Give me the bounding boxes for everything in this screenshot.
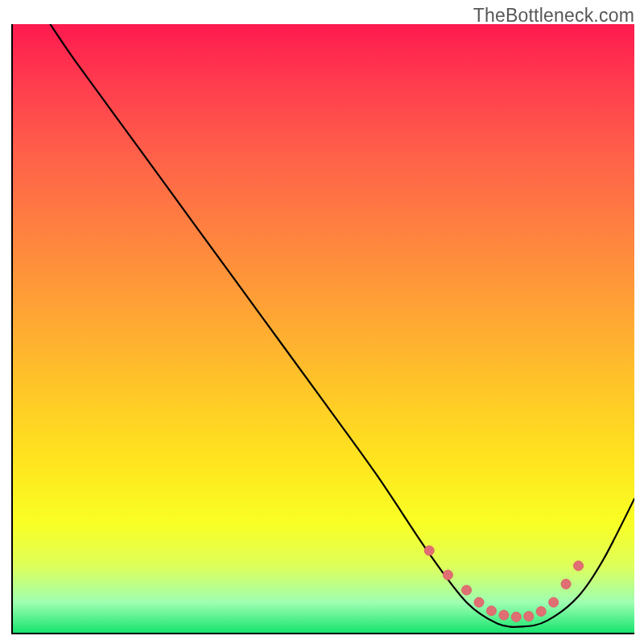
optimal-dot <box>549 597 559 607</box>
chart-svg <box>13 24 634 633</box>
optimal-dot <box>474 597 484 607</box>
watermark-text: TheBottleneck.com <box>473 5 634 27</box>
plot-area <box>11 24 634 634</box>
optimal-dot <box>424 546 434 555</box>
optimal-dot <box>443 570 452 580</box>
bottleneck-curve <box>50 24 634 627</box>
optimal-dot <box>536 607 546 617</box>
optimal-dot <box>511 612 521 621</box>
optimal-dot <box>486 606 496 616</box>
optimal-dot <box>561 580 571 589</box>
optimal-dot <box>524 612 534 621</box>
chart-frame: TheBottleneck.com <box>0 0 644 644</box>
optimal-dot <box>462 585 472 595</box>
optimal-dot <box>499 610 509 620</box>
optimal-dot <box>574 561 584 571</box>
optimal-range-dots <box>424 546 583 621</box>
